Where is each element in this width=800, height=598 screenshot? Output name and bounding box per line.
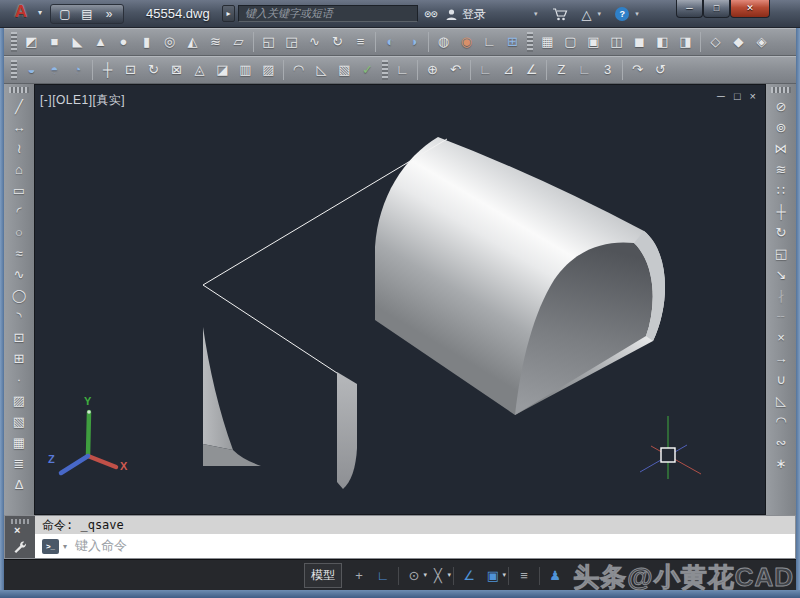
ucs-previous-icon[interactable]: ↶ — [444, 58, 467, 82]
move-icon[interactable]: ┼ — [769, 201, 793, 222]
ucs-rotate-y-icon[interactable]: ↺ — [649, 58, 672, 82]
autodesk-360-icon[interactable]: △ — [582, 7, 592, 22]
ortho-mode-icon[interactable]: ∟ — [371, 564, 395, 588]
infocenter-search-input[interactable]: 键入关键字或短语 — [238, 5, 418, 22]
ellipse-arc-icon[interactable]: ◝ — [7, 306, 31, 327]
fillet-edge-icon[interactable]: ◠ — [287, 58, 310, 82]
array-icon[interactable]: ∷ — [769, 180, 793, 201]
object-snap-icon[interactable]: ▣▾ — [481, 564, 505, 588]
insert-block-icon[interactable]: ⊡ — [7, 327, 31, 348]
object-snap-icon-caret[interactable]: ▾ — [502, 563, 506, 587]
app-menu-caret-icon[interactable]: ▾ — [38, 8, 42, 17]
table-icon[interactable]: ≣ — [7, 453, 31, 474]
union-icon[interactable]: ◐ — [379, 30, 402, 54]
search-go-button[interactable]: ▸ — [222, 5, 235, 22]
se-isometric-icon[interactable]: ◆ — [727, 30, 750, 54]
intersect-icon[interactable]: ◒ — [20, 58, 43, 82]
revision-cloud-icon[interactable]: ≈ — [7, 243, 31, 264]
convert-to-solid-icon[interactable]: ▨ — [257, 58, 280, 82]
stretch-icon[interactable]: ↘ — [769, 264, 793, 285]
3d-copy-icon[interactable]: ⊡ — [119, 58, 142, 82]
erase-icon[interactable]: ⊘ — [769, 96, 793, 117]
ucs-object-icon[interactable]: ∠ — [520, 58, 543, 82]
revolve-icon[interactable]: ↻ — [326, 30, 349, 54]
toolbar-drag-handle[interactable] — [11, 32, 17, 52]
offset-icon[interactable]: ≋ — [769, 159, 793, 180]
3d-align-icon[interactable]: ◬ — [188, 58, 211, 82]
command-customize-wrench-icon[interactable] — [12, 540, 27, 555]
drawing-canvas[interactable]: Y X Z [-][OLE1][真实] ─ □ × — [34, 84, 766, 515]
command-close-icon[interactable]: × — [14, 524, 20, 536]
toolbar-drag-handle[interactable] — [11, 60, 17, 80]
application-menu-button[interactable]: A — [7, 2, 35, 25]
login-caret-icon[interactable]: ▾ — [534, 10, 538, 18]
isometric-drafting-icon[interactable]: ╳▾ — [426, 564, 450, 588]
mirror-icon[interactable]: ⋈ — [769, 138, 793, 159]
polar-tracking-icon[interactable]: ⊙▾ — [402, 564, 426, 588]
trim-icon[interactable]: × — [769, 327, 793, 348]
ucs-3point-icon[interactable]: 3 — [596, 58, 619, 82]
ucs-icon[interactable]: ∟ — [478, 30, 501, 54]
toolbar-drag-handle[interactable] — [527, 32, 533, 52]
wireframe-style-icon[interactable]: ▣ — [582, 30, 605, 54]
close-button[interactable]: ✕ — [730, 0, 770, 18]
3d-move-icon[interactable]: ┼ — [96, 58, 119, 82]
ellipse-icon[interactable]: ◯ — [7, 285, 31, 306]
gradient-icon[interactable]: ▧ — [7, 411, 31, 432]
ucs-world-icon[interactable]: ∟ — [391, 58, 414, 82]
hatch-icon[interactable]: ▨ — [7, 390, 31, 411]
pyramid-icon[interactable]: ◭ — [181, 30, 204, 54]
command-recent-caret-icon[interactable]: ▾ — [63, 542, 67, 551]
rectangle-icon[interactable]: ▭ — [7, 180, 31, 201]
conceptual-style-icon[interactable]: ◧ — [651, 30, 674, 54]
object-snap-tracking-icon[interactable]: ∠ — [457, 564, 481, 588]
search-binoculars-icon[interactable]: ⊙⊙ — [424, 9, 437, 19]
3d-rotate-icon[interactable]: ↻ — [142, 58, 165, 82]
polyline-icon[interactable]: ≀ — [7, 138, 31, 159]
toolbar-drag-handle[interactable] — [771, 87, 791, 93]
drawing-restore-button[interactable]: □ — [734, 90, 741, 102]
3d-scale-icon[interactable]: ⊠ — [165, 58, 188, 82]
command-prompt-icon[interactable]: >_ — [42, 539, 59, 554]
toolbar-drag-handle[interactable] — [9, 87, 29, 93]
lineweight-icon[interactable]: ≡ — [512, 564, 536, 588]
extrude-icon[interactable]: ◱ — [257, 30, 280, 54]
construction-line-icon[interactable]: ↔ — [7, 117, 31, 138]
slice-icon[interactable]: ◪ — [211, 58, 234, 82]
shaded-style-icon[interactable]: ◨ — [674, 30, 697, 54]
circle-icon[interactable]: ○ — [7, 222, 31, 243]
command-input-row[interactable]: >_ ▾ 键入命令 — [35, 534, 795, 558]
cylinder-icon[interactable]: ▮ — [135, 30, 158, 54]
rotate-icon[interactable]: ↻ — [769, 222, 793, 243]
create-block-icon[interactable]: ⊞ — [7, 348, 31, 369]
extract-edges-icon[interactable]: ▧ — [333, 58, 356, 82]
join-icon[interactable]: ∪ — [769, 369, 793, 390]
loft-icon[interactable]: ≡ — [349, 30, 372, 54]
snap-mode-icon[interactable]: + — [347, 564, 371, 588]
mtext-icon[interactable]: Δ — [7, 474, 31, 495]
help-icon[interactable]: ? — [615, 7, 629, 21]
interfere-icon[interactable]: ◓ — [43, 58, 66, 82]
spline-icon[interactable]: ∿ — [7, 264, 31, 285]
drawing-minimize-button[interactable]: ─ — [717, 90, 725, 102]
planar-surface-icon[interactable]: ▱ — [227, 30, 250, 54]
polysolid-icon[interactable]: ◩ — [20, 30, 43, 54]
presspull-icon[interactable]: ◲ — [280, 30, 303, 54]
ucs-rotate-x-icon[interactable]: ↷ — [626, 58, 649, 82]
sw-isometric-icon[interactable]: ◇ — [704, 30, 727, 54]
help-caret-icon[interactable]: ▾ — [635, 10, 639, 18]
isometric-drafting-icon-caret[interactable]: ▾ — [447, 563, 451, 587]
solid-history-icon[interactable]: ◔ — [66, 58, 89, 82]
ucs-named-icon[interactable]: ⊕ — [421, 58, 444, 82]
cone-icon[interactable]: ▲ — [89, 30, 112, 54]
toolbar-drag-handle[interactable] — [382, 60, 388, 80]
thicken-icon[interactable]: ▥ — [234, 58, 257, 82]
orbit-icon[interactable]: ◍ — [432, 30, 455, 54]
exchange-cart-icon[interactable] — [552, 8, 568, 21]
fillet-icon[interactable]: ◠ — [769, 411, 793, 432]
blend-curves-icon[interactable]: ∾ — [769, 432, 793, 453]
hidden-style-icon[interactable]: ◫ — [605, 30, 628, 54]
break-icon[interactable]: ╌ — [769, 306, 793, 327]
arc-icon[interactable]: ◜ — [7, 201, 31, 222]
drawing-close-button[interactable]: × — [750, 90, 756, 102]
